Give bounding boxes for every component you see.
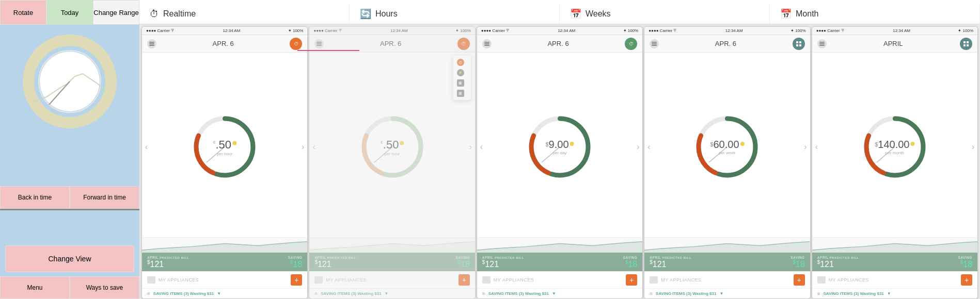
nav-bar: APR. 6 ⏱	[477, 35, 642, 53]
dropdown-item-time[interactable]: ⏱	[453, 57, 471, 68]
saving-items-arrow[interactable]: ▼	[887, 291, 891, 296]
hamburger-icon[interactable]: ≡	[147, 291, 150, 296]
status-bar: ●●●● Carrier 〒 12:34 AM ✦ 100%	[812, 27, 977, 35]
saving-items-arrow[interactable]: ▼	[719, 291, 723, 296]
nav-right-icon[interactable]	[960, 38, 972, 50]
svg-rect-44	[967, 41, 969, 43]
next-arrow[interactable]: ›	[637, 142, 639, 152]
prev-arrow[interactable]: ‹	[145, 142, 148, 152]
appliances-row: MY APPLIANCES +	[812, 271, 977, 288]
nav-bar: APR. 6 ⏱	[142, 35, 307, 53]
prev-arrow[interactable]: ‹	[480, 142, 483, 152]
back-in-time-button[interactable]: Back in time	[0, 186, 70, 209]
hamburger-icon[interactable]: ≡	[314, 291, 318, 296]
appliances-icon	[650, 276, 658, 284]
rotate-button[interactable]: Rotate	[0, 0, 46, 25]
next-arrow[interactable]: ›	[804, 142, 807, 152]
prev-arrow[interactable]: ‹	[647, 142, 650, 152]
nav-right-icon[interactable]: ⏱	[457, 38, 470, 50]
saving-items-arrow[interactable]: ▼	[217, 291, 221, 296]
saving-items-text: SAVING ITEMS (3) Wasting $31	[321, 291, 381, 296]
realtime-label: Realtime	[163, 9, 196, 19]
today-button[interactable]: Today	[46, 0, 93, 25]
extra-left	[0, 210, 70, 241]
nav-left-icon[interactable]	[482, 39, 492, 48]
add-appliance-button[interactable]: +	[459, 274, 470, 286]
gauge-amount: .50	[383, 138, 399, 151]
dropdown-item-flash[interactable]: ⚡	[453, 68, 471, 78]
dropdown-icon-flash: ⚡	[457, 69, 464, 76]
hamburger-icon[interactable]: ≡	[817, 291, 820, 296]
forward-in-time-button[interactable]: Forward in time	[70, 186, 139, 209]
nav-bar: APR. 6	[644, 35, 810, 53]
month-icon: 📅	[780, 8, 792, 20]
saving-items-text: SAVING ITEMS (3) Wasting $31	[823, 291, 883, 296]
menu-button[interactable]: Menu	[0, 276, 70, 299]
hamburger-icon[interactable]: ≡	[650, 291, 653, 296]
nav-date: APRIL	[883, 40, 903, 47]
next-arrow[interactable]: ›	[302, 142, 304, 152]
saving-label: SAVING	[791, 256, 804, 259]
status-bar: ●●●● Carrier 〒 12:34 AM ✦ 100%	[644, 27, 810, 35]
change-range-button[interactable]: Change Range	[93, 0, 139, 25]
bill-amount: $121	[650, 259, 691, 269]
nav-left-icon[interactable]	[314, 39, 324, 48]
prev-arrow[interactable]: ‹	[815, 142, 818, 152]
gauge-star	[740, 142, 745, 146]
dropdown-item-grid2[interactable]: ▦	[453, 88, 471, 98]
phone-phone1: ●●●● Carrier 〒 12:34 AM ✦ 100% APR. 6 ⏱ …	[141, 26, 308, 299]
realtime-icon: ⏱	[150, 9, 159, 20]
appliances-row: MY APPLIANCES +	[477, 271, 642, 288]
saving-items-arrow[interactable]: ▼	[385, 291, 389, 296]
nav-left-icon[interactable]	[817, 39, 827, 48]
appliances-text: MY APPLIANCES	[326, 277, 366, 283]
dropdown-item-grid1[interactable]: ▦	[453, 78, 471, 88]
nav-right-icon[interactable]: ⏱	[625, 38, 637, 50]
gauge-area: ‹ › $	[812, 53, 977, 253]
nav-right-icon[interactable]	[793, 38, 805, 50]
add-appliance-button[interactable]: +	[626, 274, 637, 286]
month-label: Month	[796, 9, 818, 19]
gauge-area: ‹ › $	[477, 53, 642, 253]
dial-area	[0, 25, 139, 186]
gauge-per: per hour	[385, 151, 400, 156]
saving-items-arrow[interactable]: ▼	[552, 291, 556, 296]
svg-rect-4	[149, 42, 154, 43]
nav-left-icon[interactable]	[650, 39, 659, 48]
svg-rect-32	[799, 41, 801, 43]
next-arrow[interactable]: ›	[469, 142, 471, 152]
svg-rect-33	[796, 44, 798, 46]
saving-section: SAVING $18	[288, 256, 302, 269]
bill-info: APRIL PREDICTED BILL $121	[314, 256, 356, 269]
bill-info: APRIL PREDICTED BILL $121	[817, 256, 859, 269]
svg-rect-46	[967, 44, 969, 46]
add-appliance-button[interactable]: +	[291, 274, 302, 286]
gauge-per: per hour	[217, 151, 232, 156]
prev-arrow[interactable]: ‹	[312, 142, 315, 152]
next-arrow[interactable]: ›	[972, 142, 974, 152]
bill-info: APRIL PREDICTED BILL $121	[147, 256, 189, 269]
add-appliance-button[interactable]: +	[794, 274, 805, 286]
phone-phone4: ●●●● Carrier 〒 12:34 AM ✦ 100% APR. 6 ‹ …	[644, 26, 810, 299]
hours-icon: 🔄	[360, 8, 371, 20]
gauge-per: per week	[719, 151, 735, 155]
saving-items-text: SAVING ITEMS (3) Wasting $31	[153, 291, 214, 296]
gauge-area: ‹ › ¢	[142, 53, 307, 253]
gauge-amount: 9.00	[549, 139, 569, 151]
ways-to-save-button[interactable]: Ways to save	[70, 276, 139, 299]
status-battery: ✦ 100%	[958, 28, 973, 33]
nav-left-icon[interactable]	[147, 39, 156, 48]
appliances-icon	[482, 276, 491, 284]
bill-amount: $121	[817, 259, 859, 269]
hamburger-icon[interactable]: ≡	[482, 291, 485, 296]
bill-section: APRIL PREDICTED BILL $121 SAVING $18	[812, 253, 977, 271]
change-view-button[interactable]: Change View	[5, 245, 134, 272]
status-carrier: ●●●● Carrier 〒	[146, 28, 175, 34]
bill-row: APRIL PREDICTED BILL $121 SAVING $18	[147, 256, 302, 269]
svg-rect-14	[317, 45, 322, 46]
nav-bar: APRIL	[812, 35, 977, 53]
add-appliance-button[interactable]: +	[961, 274, 972, 286]
nav-right-icon[interactable]: ⏱	[290, 38, 302, 50]
gauge-center: $ 9.00 per day	[545, 139, 574, 155]
saving-label: SAVING	[455, 256, 469, 259]
